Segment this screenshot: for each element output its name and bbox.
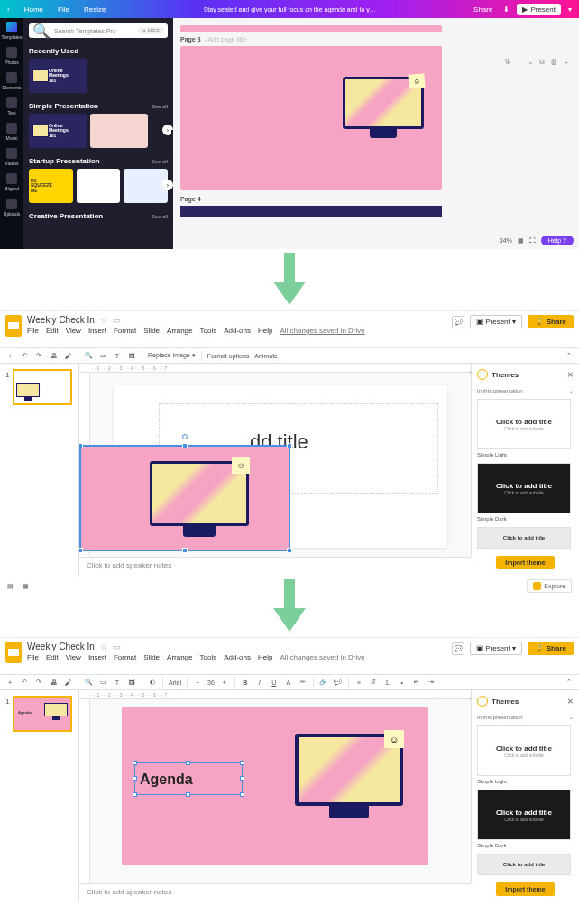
template-online-meetings-2[interactable]: Online Meetings 101	[29, 114, 87, 148]
help-button[interactable]: Help ?	[541, 236, 574, 245]
bullet-list-icon[interactable]: •	[398, 678, 407, 687]
numbered-list-icon[interactable]: 1.	[383, 678, 392, 687]
collapse-sidebar-icon[interactable]: ‹	[470, 369, 471, 375]
delete-icon[interactable]: 🗑	[550, 58, 557, 68]
duplicate-icon[interactable]: ⧉	[539, 58, 545, 68]
redo-icon[interactable]: ↷	[34, 678, 43, 687]
zoom-level[interactable]: 34%	[500, 237, 512, 244]
font-dec-icon[interactable]: −	[193, 678, 202, 687]
select-icon[interactable]: ▭	[98, 351, 107, 360]
scroll-right-icon[interactable]: ›	[162, 180, 173, 190]
resize-handle[interactable]	[133, 776, 137, 781]
print-icon[interactable]: 🖶	[49, 678, 58, 687]
collapse-sidebar-icon[interactable]: ‹	[470, 696, 471, 702]
chevron-down-icon[interactable]: ⌄	[569, 387, 574, 393]
add-page-title-hint[interactable]: - Add page title	[205, 36, 247, 42]
theme-simple-light[interactable]: Click to add titleClick to add subtitle	[477, 725, 571, 776]
comments-icon[interactable]: 💬	[452, 316, 464, 328]
sidebar-text[interactable]: Text	[6, 97, 17, 116]
replace-image[interactable]: Replace image ▾	[148, 352, 196, 359]
present-button[interactable]: ▣ Present ▾	[470, 642, 522, 655]
theme-simple-dark[interactable]: Click to add titleClick to add subtitle	[477, 790, 571, 840]
resize-handle[interactable]	[240, 761, 244, 765]
font-inc-icon[interactable]: +	[220, 678, 229, 687]
menu-format[interactable]: Format	[114, 653, 136, 661]
print-icon[interactable]: 🖶	[49, 351, 58, 360]
fill-icon[interactable]: ◐	[148, 678, 157, 687]
menu-view[interactable]: View	[66, 653, 81, 661]
slide-thumbnail-1[interactable]: 1	[13, 369, 72, 405]
resize-handle[interactable]	[240, 792, 244, 797]
resize-handle[interactable]	[240, 776, 244, 781]
menu-help[interactable]: Help	[258, 327, 272, 335]
animate[interactable]: Animate	[254, 353, 278, 359]
menu-insert[interactable]: Insert	[88, 653, 106, 661]
move-icon[interactable]: ▭	[113, 642, 121, 651]
comment-icon[interactable]: 💬	[334, 678, 343, 687]
highlight-icon[interactable]: ✏	[299, 678, 308, 687]
indent-dec-icon[interactable]: ⇤	[412, 678, 421, 687]
resize-handle[interactable]	[182, 548, 188, 553]
resize-handle[interactable]	[79, 443, 83, 448]
menu-format[interactable]: Format	[114, 327, 136, 335]
resize-handle[interactable]	[133, 761, 137, 765]
grid-view-icon[interactable]: ▦	[23, 583, 29, 590]
agenda-text[interactable]: Agenda	[140, 772, 193, 788]
share-button[interactable]: 🔒 Share	[528, 315, 574, 328]
theme-simple-dark[interactable]: Click to add titleClick to add subtitle	[477, 463, 571, 513]
resize-handle[interactable]	[182, 443, 188, 448]
resize-handle[interactable]	[133, 792, 137, 797]
menu-help[interactable]: Help	[258, 653, 272, 661]
text-color-icon[interactable]: A	[284, 678, 293, 687]
sidebar-music[interactable]: Music	[5, 123, 17, 141]
menu-edit[interactable]: Edit	[46, 327, 59, 335]
sidebar-templates[interactable]: Templates	[2, 22, 23, 40]
sidebar-uploads[interactable]: Uploads	[4, 199, 20, 217]
doc-name[interactable]: Weekly Check In	[27, 642, 95, 651]
doc-name[interactable]: Weekly Check In	[27, 315, 95, 325]
resize-menu[interactable]: Resize	[80, 4, 109, 15]
present-dropdown[interactable]: ▾	[565, 4, 575, 15]
search-bar[interactable]: 🔍 Search Templates Pro ✶ FREE	[29, 23, 168, 38]
indent-inc-icon[interactable]: ⇥	[427, 678, 436, 687]
new-slide-icon[interactable]: +	[5, 351, 14, 360]
comments-icon[interactable]: 💬	[452, 642, 464, 655]
speaker-notes[interactable]: Click to add speaker notes	[79, 557, 471, 577]
menu-edit[interactable]: Edit	[46, 653, 59, 661]
present-button[interactable]: ▣ Present ▾	[470, 315, 522, 328]
template-white[interactable]	[77, 169, 121, 203]
see-all-creative[interactable]: See all	[152, 214, 168, 219]
menu-slide[interactable]: Slide	[143, 653, 160, 661]
bold-icon[interactable]: B	[241, 678, 250, 687]
menu-arrange[interactable]: Arrange	[167, 327, 192, 335]
page3-slide[interactable]: ☺	[180, 46, 442, 190]
menu-tools[interactable]: Tools	[200, 653, 217, 661]
menu-file[interactable]: File	[27, 653, 39, 661]
resize-handle[interactable]	[287, 443, 292, 448]
theme-simple-light[interactable]: Click to add titleClick to add subtitle	[477, 399, 571, 449]
zoom-icon[interactable]: 🔍	[84, 678, 93, 687]
underline-icon[interactable]: U	[270, 678, 279, 687]
filmstrip-view-icon[interactable]: ▤	[7, 583, 14, 590]
page4-slide-strip[interactable]	[180, 206, 442, 217]
slide[interactable]: Agenda ☺	[122, 707, 428, 865]
share-button[interactable]: 🔒 Share	[528, 642, 574, 655]
menu-view[interactable]: View	[66, 327, 81, 335]
see-all-startup[interactable]: See all	[152, 159, 168, 164]
star-icon[interactable]: ☆	[100, 316, 107, 325]
italic-icon[interactable]: I	[255, 678, 264, 687]
collapse-toolbar-icon[interactable]: ⌃	[565, 678, 574, 687]
see-all-simple[interactable]: See all	[152, 104, 168, 109]
sidebar-photos[interactable]: Photos	[5, 47, 19, 65]
resize-handle[interactable]	[79, 548, 83, 553]
close-icon[interactable]: ✕	[567, 698, 574, 706]
collapse-icon[interactable]: ⌃	[516, 58, 522, 68]
menu-insert[interactable]: Insert	[88, 327, 106, 335]
grid-view-icon[interactable]: ▦	[518, 237, 524, 245]
home-menu[interactable]: Home	[21, 4, 47, 15]
resize-handle[interactable]	[186, 761, 190, 765]
move-icon[interactable]: ▭	[113, 316, 121, 325]
menu-file[interactable]: File	[27, 327, 39, 335]
add-page-icon[interactable]: ＋	[563, 58, 570, 68]
link-icon[interactable]: 🔗	[319, 678, 328, 687]
